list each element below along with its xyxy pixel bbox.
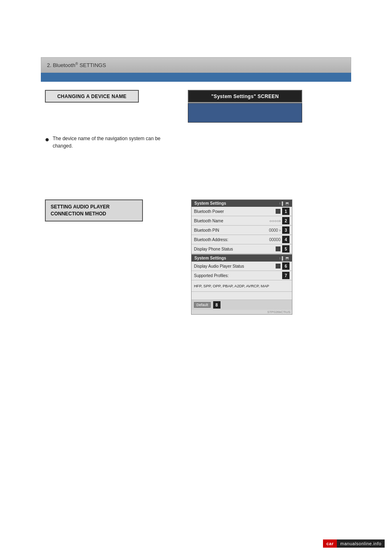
panel2-row-1: Display Audio Player Status 6 [192,262,292,271]
panel2-header: System Settings ↑ ▌ ⬒ [192,255,292,262]
panel2-row-empty [192,292,292,300]
panel2-row1-num: 6 [282,262,290,270]
panel1-title: System Settings [194,201,226,206]
panel1-row4-num: 4 [282,236,290,243]
system-settings-screen-image [188,103,302,123]
section-changing-device-label: CHANGING A DEVICE NAME [57,94,127,99]
header-title: 2. Bluetooth® SETTINGS [47,62,106,68]
bullet-section: ● The device name of the navigation syst… [45,135,180,150]
panel1-row5-num: 5 [282,245,290,253]
system-settings-panel-2: System Settings ↑ ▌ ⬒ Display Audio Play… [191,254,292,315]
header-title-suffix: SETTINGS [78,62,106,68]
panel2-default-btn[interactable]: Default [194,302,211,308]
panel1-header: System Settings ↑ ▌ ⬒ [192,200,292,207]
bullet-text: The device name of the navigation system… [53,135,180,150]
panel1-row2-value: ○○○○› [270,219,281,223]
panel2-row2-label: Supported Profiles: [194,273,282,278]
panel2-code: STP026bCTiUS [192,310,292,314]
panel1-icons: ↑ ▌ ⬒ [279,201,289,206]
panel1-row1-checkbox [276,209,281,214]
panel1-row3-num: 3 [282,226,290,234]
panel1-row2-num: 2 [282,217,290,224]
panel2-footer-num: 8 [213,301,220,309]
panel1-row1-num: 1 [282,208,290,215]
panel1-row-5: Display Phone Status 5 [192,244,292,254]
panel1-row-1: Bluetooth Power 1 [192,207,292,216]
panel1-row4-label: Bluetooth Address: [194,237,269,242]
panel1-row-3: Bluetooth PIN 0000 › 3 [192,226,292,235]
header-blue-strip [41,73,351,82]
panel1-row-2: Bluetooth Name ○○○○› 2 [192,216,292,226]
panel1-row4-value: 00000 [269,237,281,242]
section-audio-player: SETTING AUDIO PLAYER CONNECTION METHOD [45,199,143,222]
panel1-row3-value: 0000 › [269,228,281,233]
panel1-row3-label: Bluetooth PIN [194,228,269,233]
panel1-row1-label: Bluetooth Power [194,209,276,214]
panel1-row5-label: Display Phone Status [194,247,276,251]
header-bar: 2. Bluetooth® SETTINGS [41,57,351,73]
panel2-row-3: HFP, SPP, OPP, PBAP, A2DP, AVRCP, MAP [192,280,292,292]
panel1-row2-label: Bluetooth Name [194,219,270,223]
panel2-row1-label: Display Audio Player Status [194,264,276,269]
panel1-row5-checkbox [276,246,281,251]
bullet-symbol: ● [45,134,49,145]
bullet-item: ● The device name of the navigation syst… [45,135,180,150]
audio-player-line1: SETTING AUDIO PLAYER [51,204,137,210]
panel2-title: System Settings [194,256,226,260]
panel1-row-4: Bluetooth Address: 00000 4 [192,235,292,244]
header-title-text: 2. Bluetooth [47,62,75,68]
panel2-footer: Default 8 [192,300,292,310]
panel2-row2-num: 7 [282,272,290,279]
section-system-settings-screen: "System Settings" SCREEN [188,90,302,103]
watermark: car manualsonline.info [323,539,385,548]
panel2-row-2: Supported Profiles: 7 [192,271,292,280]
watermark-red-text: car [323,539,337,548]
panel2-row1-checkbox [276,264,281,269]
panel2-icons: ↑ ▌ ⬒ [279,256,289,260]
section-system-settings-label: "System Settings" SCREEN [211,94,278,99]
panel2-row3-label: HFP, SPP, OPP, PBAP, A2DP, AVRCP, MAP [194,284,290,288]
watermark-black-text: manualsonline.info [337,539,385,548]
section-changing-device-name: CHANGING A DEVICE NAME [45,90,139,103]
audio-player-line2: CONNECTION METHOD [51,210,137,217]
